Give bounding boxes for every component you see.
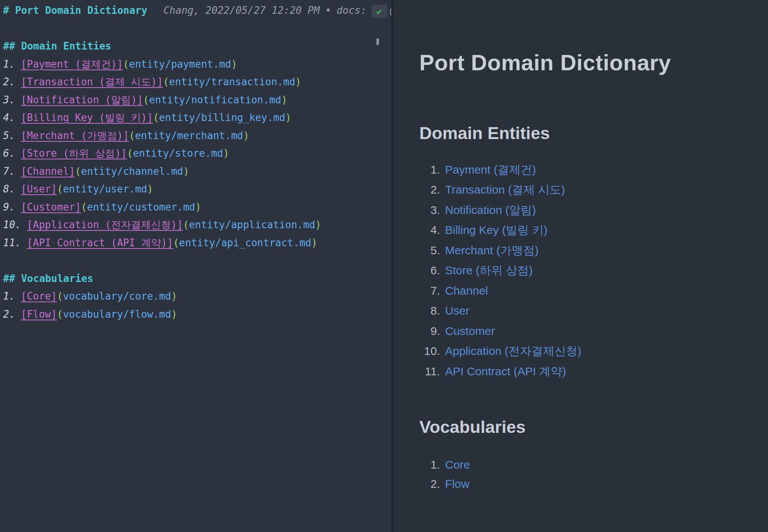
md-url[interactable]: entity/channel.md [81, 166, 183, 177]
preview-link-channel[interactable]: Channel [445, 281, 488, 301]
md-link-channel[interactable]: [Channel] [21, 166, 75, 177]
preview-title: Port Domain Dictionary [419, 49, 768, 76]
paren-close: ) [281, 94, 287, 106]
md-link-store[interactable]: [Store (하위 상점)] [21, 148, 127, 159]
blame-truncated-text: ( [388, 5, 391, 16]
md-link-user[interactable]: [User] [21, 183, 57, 195]
list-number: 5. [419, 240, 440, 261]
md-link-core[interactable]: [Core] [21, 290, 57, 302]
markdown-editor-pane[interactable]: # Port Domain DictionaryChang, 2022/05/2… [0, 0, 391, 532]
source-list-item: 6.[Store (하위 상점)](entity/store.md) [3, 144, 391, 162]
list-item: 4.Billing Key (빌링 키) [419, 220, 768, 240]
source-list-item: 10.[Application (전자결제신청)](entity/applica… [3, 216, 391, 234]
source-list-item: 7.[Channel](entity/channel.md) [3, 162, 391, 181]
check-icon: ✔ [376, 6, 382, 17]
source-list-item: 11.[API Contract (API 계약)](entity/api_co… [3, 234, 391, 252]
source-list-item: 9.[Customer](entity/customer.md) [3, 198, 391, 216]
md-url[interactable]: entity/billing_key.md [159, 112, 285, 123]
paren-open: ( [143, 94, 149, 106]
list-number: 8. [419, 301, 440, 321]
list-number: 2. [3, 76, 15, 88]
paren-open: ( [173, 237, 179, 249]
paren-open: ( [163, 76, 169, 88]
source-list-item: 2.[Transaction (결제 시도)](entity/transacti… [3, 73, 391, 91]
list-number: 3. [3, 94, 15, 106]
md-link-notification[interactable]: [Notification (알림)] [21, 94, 143, 106]
paren-open: ( [75, 166, 81, 177]
list-number: 8. [3, 183, 15, 195]
source-list-item: 8.[User](entity/user.md) [3, 180, 391, 198]
list-item: 9.Customer [419, 321, 768, 341]
blame-author-date: Chang, 2022/05/27 12:20 PM [164, 5, 320, 16]
git-blame-annotation[interactable]: Chang, 2022/05/27 12:20 PM•docs:✔( [164, 5, 391, 16]
md-url[interactable]: entity/api_contract.md [179, 237, 311, 249]
blame-separator: • [325, 5, 331, 16]
md-link-transaction[interactable]: [Transaction (결제 시도)] [21, 76, 163, 88]
md-url[interactable]: entity/customer.md [87, 201, 195, 213]
preview-link-merchant[interactable]: Merchant (가맹점) [445, 240, 538, 261]
preview-link-core[interactable]: Core [445, 455, 470, 474]
list-item: 3.Notification (알림) [419, 200, 768, 220]
paren-open: ( [183, 219, 189, 230]
preview-heading-vocabularies: Vocabularies [419, 417, 768, 438]
list-number: 7. [3, 166, 15, 177]
list-item: 1.Core [419, 455, 768, 474]
list-number: 5. [3, 130, 15, 141]
paren-open: ( [81, 201, 87, 213]
list-number: 6. [3, 148, 15, 159]
source-h1: # Port Domain Dictionary [3, 5, 147, 16]
source-h2-entities: ## Domain Entities [3, 37, 391, 55]
list-number: 1. [419, 455, 440, 474]
md-link-payment[interactable]: [Payment (결제건)] [21, 58, 123, 70]
md-link-customer[interactable]: [Customer] [21, 201, 81, 213]
md-link-billing-key[interactable]: [Billing Key (빌링 키)] [21, 112, 153, 123]
preview-link-store[interactable]: Store (하위 상점) [445, 260, 533, 281]
source-list-item: 2.[Flow](vocabulary/flow.md) [3, 305, 391, 323]
preview-link-application[interactable]: Application (전자결제신청) [445, 341, 581, 361]
paren-open: ( [123, 58, 129, 70]
list-item: 8.User [419, 301, 768, 321]
paren-open: ( [153, 112, 159, 123]
list-item: 2.Transaction (결제 시도) [419, 180, 768, 200]
preview-link-payment[interactable]: Payment (결제건) [445, 160, 536, 180]
preview-link-transaction[interactable]: Transaction (결제 시도) [445, 180, 565, 200]
list-number: 7. [419, 281, 440, 301]
md-url[interactable]: vocabulary/flow.md [63, 308, 171, 320]
list-number: 11. [419, 361, 440, 382]
preview-link-customer[interactable]: Customer [445, 321, 495, 341]
md-url[interactable]: entity/transaction.md [169, 76, 295, 88]
source-list-item: 5.[Merchant (가맹점)](entity/merchant.md) [3, 127, 391, 145]
md-url[interactable]: entity/application.md [189, 219, 315, 230]
md-url[interactable]: entity/store.md [133, 148, 223, 159]
preview-link-billing-key[interactable]: Billing Key (빌링 키) [445, 220, 548, 240]
paren-open: ( [127, 148, 133, 159]
paren-close: ) [171, 308, 177, 320]
list-number: 1. [3, 58, 15, 70]
blame-commit-message: docs: [336, 5, 366, 16]
list-item: 7.Channel [419, 281, 768, 301]
source-list-item: 4.[Billing Key (빌링 키)](entity/billing_ke… [3, 109, 391, 127]
list-number: 2. [419, 474, 440, 494]
md-url[interactable]: entity/user.md [63, 183, 147, 195]
preview-link-flow[interactable]: Flow [445, 474, 469, 494]
md-url[interactable]: entity/payment.md [129, 58, 231, 70]
scrollbar-thumb[interactable] [376, 38, 379, 45]
md-link-api-contract[interactable]: [API Contract (API 계약)] [27, 237, 173, 249]
source-list-item: 1.[Payment (결제건)](entity/payment.md) [3, 55, 391, 73]
md-link-merchant[interactable]: [Merchant (가맹점)] [21, 130, 129, 141]
md-link-flow[interactable]: [Flow] [21, 308, 57, 320]
preview-link-api-contract[interactable]: API Contract (API 계약) [445, 361, 566, 382]
list-number: 10. [3, 219, 21, 230]
md-url[interactable]: entity/notification.md [149, 94, 281, 106]
blame-check-badge[interactable]: ✔ [371, 5, 387, 18]
paren-open: ( [57, 183, 63, 195]
md-link-application[interactable]: [Application (전자결제신청)] [27, 219, 183, 230]
paren-open: ( [129, 130, 135, 141]
list-number: 9. [3, 201, 15, 213]
list-number: 4. [419, 220, 440, 240]
preview-link-notification[interactable]: Notification (알림) [445, 200, 536, 220]
md-url[interactable]: vocabulary/core.md [63, 290, 171, 302]
md-url[interactable]: entity/merchant.md [135, 130, 243, 141]
paren-close: ) [243, 130, 249, 141]
preview-link-user[interactable]: User [445, 301, 469, 321]
